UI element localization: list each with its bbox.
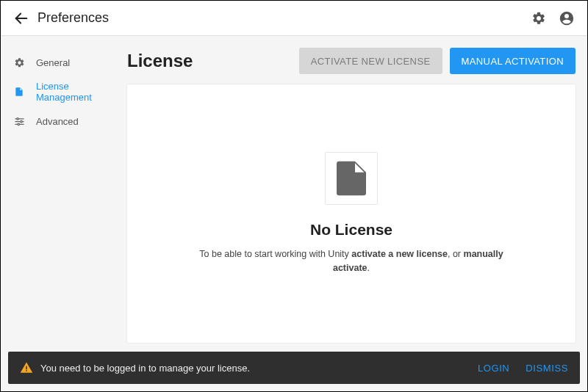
svg-point-5 bbox=[20, 120, 22, 123]
sidebar-item-general[interactable]: General bbox=[1, 48, 127, 77]
file-icon bbox=[12, 87, 26, 97]
svg-rect-7 bbox=[26, 366, 27, 370]
dismiss-button[interactable]: DISMISS bbox=[526, 363, 568, 374]
empty-state-icon-tile bbox=[325, 152, 378, 205]
snackbar-message: You need to be logged in to manage your … bbox=[40, 363, 250, 374]
sidebar-item-label: General bbox=[36, 57, 70, 68]
license-card: No License To be able to start working w… bbox=[127, 84, 576, 343]
app-bar-title: Preferences bbox=[37, 10, 109, 26]
settings-button[interactable] bbox=[527, 7, 551, 30]
sidebar-item-advanced[interactable]: Advanced bbox=[1, 106, 127, 136]
main-area: License Activate New License Manual Acti… bbox=[127, 36, 587, 352]
login-button[interactable]: LOGIN bbox=[478, 363, 509, 374]
sidebar-item-label: License Management bbox=[36, 81, 127, 103]
page-title: License bbox=[127, 51, 193, 71]
app-bar: Preferences bbox=[1, 1, 587, 36]
gear-icon bbox=[531, 11, 546, 26]
account-button[interactable] bbox=[555, 7, 578, 30]
sidebar-item-label: Advanced bbox=[36, 116, 79, 127]
activate-new-license-button[interactable]: Activate New License bbox=[299, 48, 442, 74]
svg-rect-8 bbox=[26, 370, 27, 371]
arrow-left-icon bbox=[13, 10, 29, 26]
sliders-icon bbox=[12, 116, 26, 127]
svg-point-4 bbox=[16, 117, 18, 120]
manual-activation-button[interactable]: Manual Activation bbox=[450, 48, 576, 74]
empty-state-title: No License bbox=[310, 221, 392, 239]
svg-point-6 bbox=[18, 123, 20, 126]
sidebar: General License Management Advanced bbox=[1, 36, 127, 352]
empty-state-description: To be able to start working with Unity a… bbox=[197, 247, 506, 275]
back-button[interactable] bbox=[10, 7, 33, 30]
warning-icon bbox=[20, 361, 33, 374]
sidebar-item-license-management[interactable]: License Management bbox=[1, 77, 127, 106]
gear-icon bbox=[12, 57, 26, 68]
file-icon bbox=[337, 161, 366, 196]
account-icon bbox=[559, 10, 575, 26]
snackbar: You need to be logged in to manage your … bbox=[8, 352, 580, 384]
